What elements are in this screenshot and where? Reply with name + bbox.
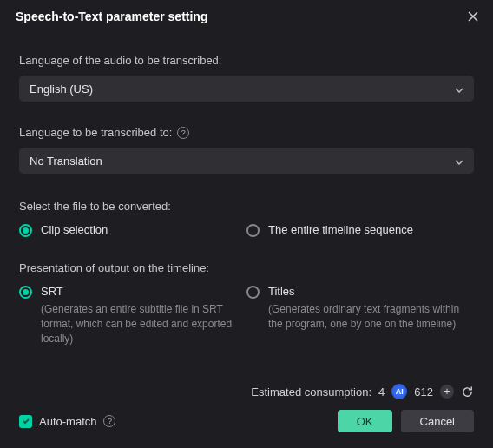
- target-language-select[interactable]: No Translation: [19, 148, 474, 174]
- chevron-down-icon: [455, 82, 463, 96]
- dialog-title: Speech-to-Text parameter setting: [16, 10, 207, 23]
- radio-description: (Generates an entire subtitle file in SR…: [19, 302, 246, 346]
- credits-value: 612: [414, 385, 433, 399]
- checkbox-icon: [19, 415, 32, 428]
- refresh-icon: [461, 385, 474, 399]
- radio-clip-selection[interactable]: Clip selection: [19, 223, 246, 237]
- consumption-value: 4: [378, 385, 385, 399]
- radio-description: (Generates ordinary text fragments withi…: [246, 302, 474, 332]
- help-icon[interactable]: ?: [103, 415, 115, 427]
- radio-label: Clip selection: [41, 223, 108, 236]
- auto-match-checkbox[interactable]: Auto-match ?: [19, 415, 115, 428]
- auto-match-label: Auto-match: [39, 415, 96, 428]
- target-language-value: No Translation: [30, 155, 102, 168]
- dialog-header: Speech-to-Text parameter setting: [0, 0, 493, 33]
- radio-label: The entire timeline sequence: [268, 223, 413, 236]
- consumption-row: Estimated consumption: 4 AI 612 +: [251, 384, 474, 399]
- presentation-label: Presentation of output on the timeline:: [19, 261, 474, 274]
- refresh-button[interactable]: [461, 385, 474, 399]
- radio-label: SRT: [41, 285, 63, 298]
- ok-button[interactable]: OK: [338, 410, 392, 432]
- close-button[interactable]: [465, 9, 481, 24]
- close-icon: [468, 11, 478, 22]
- cancel-button[interactable]: Cancel: [401, 410, 474, 432]
- source-language-value: English (US): [30, 82, 93, 96]
- target-language-label: Language to be transcribed to: ?: [19, 126, 474, 139]
- dialog-content: Language of the audio to be transcribed:…: [0, 33, 493, 346]
- chevron-down-icon: [455, 155, 463, 168]
- radio-srt[interactable]: SRT: [19, 285, 246, 299]
- consumption-label: Estimated consumption:: [251, 385, 371, 399]
- add-credits-button[interactable]: +: [440, 385, 454, 399]
- radio-icon: [19, 224, 32, 237]
- help-icon[interactable]: ?: [177, 127, 189, 139]
- source-language-label: Language of the audio to be transcribed:: [19, 54, 474, 67]
- radio-label: Titles: [268, 285, 295, 298]
- radio-icon: [19, 286, 32, 299]
- radio-entire-timeline[interactable]: The entire timeline sequence: [246, 223, 474, 237]
- radio-icon: [246, 286, 260, 299]
- ai-badge-icon: AI: [391, 384, 407, 399]
- radio-icon: [246, 224, 260, 237]
- footer-row: Auto-match ? OK Cancel: [19, 410, 474, 432]
- file-select-label: Select the file to be converted:: [19, 200, 474, 213]
- radio-titles[interactable]: Titles: [246, 285, 474, 299]
- source-language-select[interactable]: English (US): [19, 76, 474, 102]
